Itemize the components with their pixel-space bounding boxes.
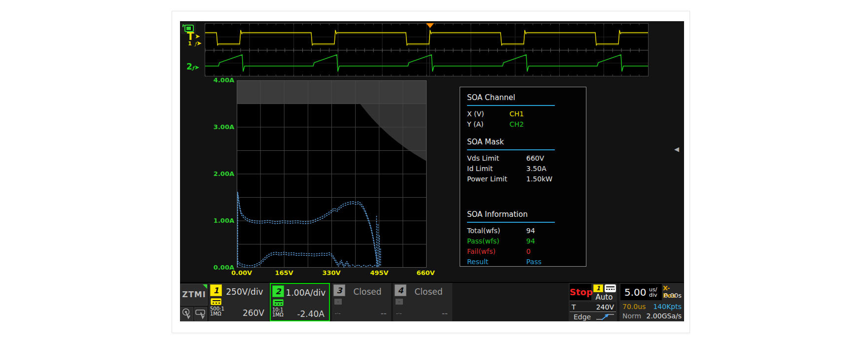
xpos-value: 0.00s [664,292,682,299]
soa-information-title: SOA Information [467,210,580,219]
fail-wfs-row: Fail(wfs) 0 [467,247,580,258]
channel-3-coupling-off-icon: - [334,299,342,305]
trigger-position-marker[interactable] [426,23,434,28]
soa-plot-canvas [237,80,427,268]
trigger-mode: Auto [592,293,616,302]
channel-3-value: -- [381,308,387,318]
trigger-source-badge[interactable]: 1 [593,284,603,292]
pass-wfs-row: Pass(wfs) 94 [467,237,580,247]
trigger-level-arrow-icon[interactable]: ƒ➤ [195,40,202,46]
channel-2-block[interactable]: 2 10:11MΩ 1.00A/div -2.40A [270,283,330,321]
divider [467,105,555,106]
capture-window: 70.0us [622,303,646,310]
power-limit-row: Power Limit 1.50kW [467,175,580,185]
channel-1-block[interactable]: 1 500:11MΩ 250V/div 260V [209,283,269,321]
horizontal-position-cell: X-Pos 0.00s [663,284,683,300]
trigger-status-block[interactable]: Stop 1 Auto T 240V Edge [569,283,617,321]
trigger-coupling-icon [605,284,616,292]
menu-collapse-arrow-icon[interactable]: ◀ [674,145,679,153]
touch-select-button[interactable] [181,307,193,321]
soa-y-channel-value: CH2 [509,120,524,128]
y-axis-label-1a: 1.00A [198,217,234,224]
trigger-t-label: T [572,303,576,311]
record-length: 140Kpts [653,303,682,310]
ch1-position-arrow-icon[interactable]: ➤ [195,33,200,39]
acquire-mode: Norm [622,312,641,320]
y-axis-label-3a: 3.00A [198,123,234,131]
screenshot-card: T 1 ➤ ƒ➤ 2ƒ➤ 4.00A 3.00A 2.00A 1.00A 0.0… [172,11,690,333]
ch2-position-arrow-icon: ➤ [194,64,200,71]
channel-1-badge[interactable]: 1 [210,284,222,296]
timebase-acquire-row: Norm 2.00GSa/s [621,312,682,321]
x-axis-label-165v: 165V [267,269,301,276]
timebase-scale-chip[interactable]: 5.00 us/div [620,284,662,300]
channel-3-badge[interactable]: 3 [333,284,345,296]
timebase-unit: us/div [649,287,657,298]
tap-rectangle-icon [195,308,207,320]
soa-mask-title: SOA Mask [467,138,580,147]
ch1-marker-number: 1 [188,41,192,46]
channel-4-badge[interactable]: 4 [395,284,406,296]
ch2-marker[interactable]: 2ƒ➤ [186,63,200,71]
trigger-level-value: 240V [596,303,614,311]
total-wfs-row: Total(wfs) 94 [467,227,580,237]
channel-1-scale: 250V/div [222,287,267,297]
timebase-scale: 5.00 [624,286,647,298]
soa-x-channel-row: X (V) CH1 [467,110,580,120]
channel-1-coupling-icon [211,298,221,305]
brand-logo-button[interactable]: ZTMI [181,284,208,306]
soa-channel-title: SOA Channel [467,93,580,103]
bottom-status-bar: ZTMI 1 500:11M [180,282,684,321]
soa-y-channel-row: Y (A) CH2 [467,120,580,131]
timebase-status-block[interactable]: 5.00 us/div X-Pos 0.00s 70.0us 140Kpts N… [619,283,684,321]
channel-3-attenuation: -·- [335,310,340,316]
trigger-type: Edge [574,313,591,321]
acquisition-state[interactable]: Stop [570,284,591,300]
channel-4-coupling-off-icon: - [396,299,403,305]
id-limit-row: Id Limit 3.50A [467,165,580,175]
channel-2-value: -2.40A [297,309,325,319]
channel-4-value: -- [442,308,448,318]
waveform-traces [205,24,648,76]
timebase-window-row: 70.0us 140Kpts [621,303,682,311]
divider [467,149,555,150]
channel-4-attenuation: -·- [396,310,401,316]
channel-3-scale: Closed [346,287,389,297]
trigger-level-row: T 240V [570,302,616,312]
channel-4-block[interactable]: 4 - -·- Closed -- [393,283,452,321]
channel-4-scale: Closed [407,287,450,297]
sample-rate: 2.00GSa/s [647,312,682,320]
channel-1-attenuation: 500:11MΩ [210,307,224,316]
y-axis-label-4a: 4.00A [198,76,234,84]
x-axis-label-330v: 330V [314,269,349,276]
page: T 1 ➤ ƒ➤ 2ƒ➤ 4.00A 3.00A 2.00A 1.00A 0.0… [0,0,868,345]
x-axis-label-495v: 495V [362,269,397,276]
channel-2-coupling-icon [273,299,284,306]
channel-3-block[interactable]: 3 - -·- Closed -- [332,283,391,321]
logo-corner-flag [203,284,207,289]
rising-edge-icon [595,313,615,321]
soa-x-channel-value: CH1 [509,110,524,118]
soa-info-panel: SOA Channel X (V) CH1 Y (A) CH2 SOA Mask… [460,87,586,267]
waveform-display[interactable] [205,23,649,76]
touch-gesture-icon [181,308,193,320]
touch-drag-button[interactable] [194,307,207,321]
channel-2-attenuation: 10:11MΩ [272,308,284,317]
y-axis-label-2a: 2.00A [198,170,234,177]
channel-2-badge[interactable]: 2 [272,285,284,297]
trigger-type-row: Edge [570,312,616,321]
oscilloscope-screen: T 1 ➤ ƒ➤ 2ƒ➤ 4.00A 3.00A 2.00A 1.00A 0.0… [180,21,684,321]
channel-2-scale: 1.00A/div [285,288,327,298]
x-axis-label-660v: 660V [408,269,443,276]
divider [467,222,555,223]
brand-logo: ZTMI [181,290,207,299]
x-axis-label-0v: 0.00V [224,269,259,276]
vds-limit-row: Vds Limit 660V [467,154,580,165]
soa-xy-plot[interactable] [237,80,427,268]
result-row: Result Pass [467,258,580,268]
channel-1-value: 260V [243,308,264,318]
